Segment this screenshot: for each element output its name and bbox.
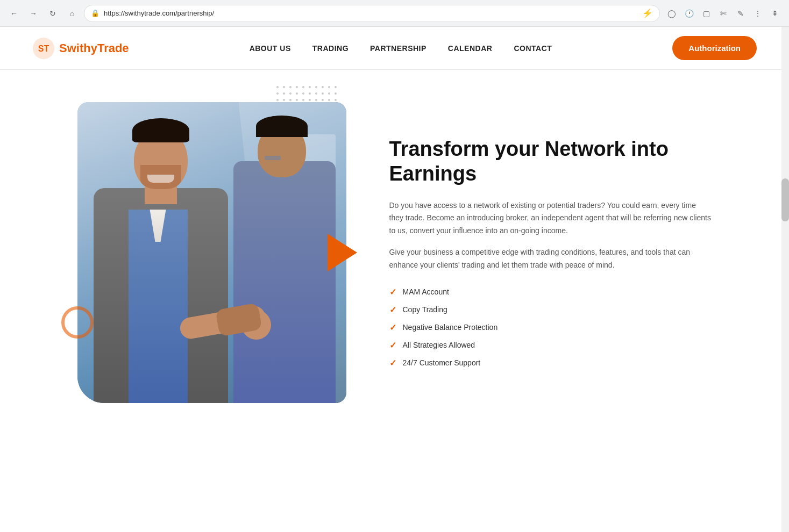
feature-text: Copy Trading [403, 305, 447, 314]
reload-button[interactable]: ↻ [45, 6, 60, 21]
main-content: // Will be populated below [45, 70, 744, 446]
nav-item-trading[interactable]: TRADING [312, 44, 349, 53]
dot [322, 86, 324, 88]
nav-links: ABOUT US TRADING PARTNERSHIP CALENDAR CO… [250, 44, 552, 53]
nav-item-partnership[interactable]: PARTNERSHIP [370, 44, 427, 53]
dot [322, 92, 324, 95]
hero-image-inner [77, 102, 346, 403]
orange-triangle-decoration [328, 234, 357, 271]
nav-link-about[interactable]: ABOUT US [250, 44, 291, 53]
feature-item: ✓24/7 Customer Support [389, 358, 712, 368]
dot [315, 99, 317, 101]
auth-button[interactable]: Authorization [672, 36, 757, 60]
dot [328, 99, 330, 101]
lightning-icon: ⚡ [642, 8, 653, 18]
feature-item: ✓MAM Account [389, 287, 712, 297]
dot [328, 92, 330, 95]
nav-link-contact[interactable]: CONTACT [514, 44, 552, 53]
maximize-button[interactable]: ⇞ [767, 6, 783, 21]
feature-item: ✓All Strategies Allowed [389, 340, 712, 350]
dot [276, 86, 279, 88]
feature-text: 24/7 Customer Support [403, 358, 481, 367]
dot [309, 99, 311, 101]
text-section: Transform your Network into Earnings Do … [389, 137, 712, 368]
dot [328, 86, 330, 88]
logo-text: SwithyTrade [59, 41, 129, 55]
feature-text: All Strategies Allowed [403, 341, 475, 349]
dot [309, 92, 311, 95]
hero-title: Transform your Network into Earnings [389, 137, 712, 186]
dot [309, 86, 311, 88]
dot [289, 92, 292, 95]
check-icon: ✓ [389, 358, 396, 368]
check-icon: ✓ [389, 287, 396, 297]
scissors-button[interactable]: ✄ [716, 6, 731, 21]
dot [296, 86, 298, 88]
tab-button[interactable]: ▢ [699, 6, 714, 21]
feature-item: ✓Copy Trading [389, 305, 712, 315]
svg-text:ST: ST [38, 44, 49, 53]
scrollbar-track [781, 27, 789, 446]
address-bar[interactable]: 🔒 https://swithytrade.com/partnership/ ⚡ [84, 5, 660, 22]
check-icon: ✓ [389, 305, 396, 315]
features-list: ✓MAM Account✓Copy Trading✓Negative Balan… [389, 287, 712, 368]
nav-link-partnership[interactable]: PARTNERSHIP [370, 44, 427, 53]
menu-button[interactable]: ⋮ [750, 6, 765, 21]
dot [276, 92, 279, 95]
image-section: // Will be populated below [77, 102, 346, 403]
nav-item-contact[interactable]: CONTACT [514, 44, 552, 53]
logo-suffix: Trade [97, 41, 129, 55]
dot [302, 86, 304, 88]
history-button[interactable]: 🕐 [681, 6, 696, 21]
nav-item-about[interactable]: ABOUT US [250, 44, 291, 53]
dot [335, 92, 337, 95]
dot [296, 92, 298, 95]
security-icon: 🔒 [91, 9, 99, 17]
dot [315, 86, 317, 88]
dot [283, 92, 285, 95]
forward-button[interactable]: → [26, 6, 41, 21]
extensions-button[interactable]: ◯ [664, 6, 679, 21]
home-button[interactable]: ⌂ [65, 6, 80, 21]
dot [322, 99, 324, 101]
check-icon: ✓ [389, 340, 396, 350]
scrollbar-thumb[interactable] [781, 178, 789, 221]
check-icon: ✓ [389, 322, 396, 333]
dot [302, 99, 304, 101]
nav-link-calendar[interactable]: CALENDAR [448, 44, 493, 53]
feature-text: Negative Balance Protection [403, 323, 498, 332]
nav-link-trading[interactable]: TRADING [312, 44, 349, 53]
dot [296, 99, 298, 101]
hero-image [77, 102, 346, 403]
dot [335, 86, 337, 88]
hero-description1: Do you have access to a network of exist… [389, 199, 712, 238]
orange-circle-decoration [61, 306, 94, 339]
navbar: ST SwithyTrade ABOUT US TRADING PARTNERS… [0, 27, 789, 70]
url-text: https://swithytrade.com/partnership/ [104, 9, 638, 17]
back-button[interactable]: ← [6, 6, 22, 21]
dot [302, 92, 304, 95]
dot [289, 86, 292, 88]
dot [283, 86, 285, 88]
logo-prefix: Swithy [59, 41, 97, 55]
dot [315, 92, 317, 95]
nav-item-calendar[interactable]: CALENDAR [448, 44, 493, 53]
dot [283, 99, 285, 101]
feature-text: MAM Account [403, 287, 449, 296]
dot [276, 99, 279, 101]
logo-icon: ST [32, 37, 55, 60]
edit-button[interactable]: ✎ [733, 6, 748, 21]
dot [335, 99, 337, 101]
logo[interactable]: ST SwithyTrade [32, 37, 129, 60]
browser-toolbar-icons: ◯ 🕐 ▢ ✄ ✎ ⋮ ⇞ [664, 6, 783, 21]
feature-item: ✓Negative Balance Protection [389, 322, 712, 333]
dot [289, 99, 292, 101]
hero-description2: Give your business a competitive edge wi… [389, 246, 712, 272]
browser-chrome: ← → ↻ ⌂ 🔒 https://swithytrade.com/partne… [0, 0, 789, 27]
